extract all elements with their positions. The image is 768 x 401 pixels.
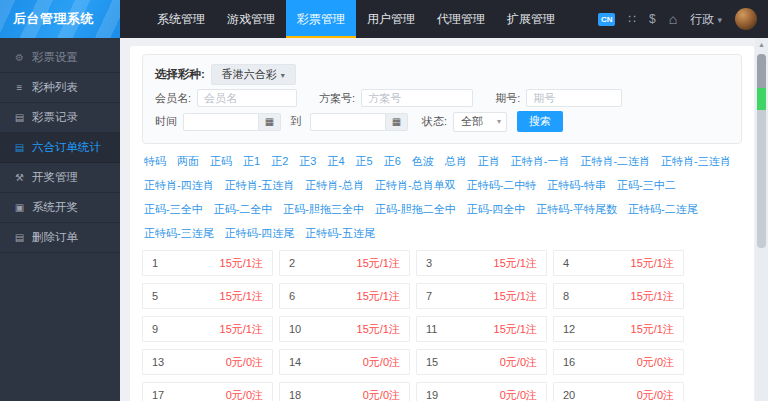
bet-type-link[interactable]: 正码-三全中 (144, 202, 203, 217)
bet-type-link[interactable]: 正2 (271, 154, 288, 169)
sidebar-item-label: 彩票记录 (32, 110, 78, 125)
bet-type-link[interactable]: 正4 (327, 154, 344, 169)
tab-game-management[interactable]: 游戏管理 (216, 0, 286, 38)
bet-type-link[interactable]: 两面 (177, 154, 199, 169)
period-input[interactable] (526, 89, 622, 107)
group-icon[interactable]: ∷ (628, 13, 636, 25)
tab-lottery-management[interactable]: 彩票管理 (286, 0, 356, 38)
stat-value: 15元/1注 (220, 322, 263, 337)
status-label: 状态: (422, 114, 447, 129)
bet-type-link[interactable]: 正特码-五连尾 (305, 226, 375, 241)
stat-cell: 7 15元/1注 (416, 283, 547, 309)
bet-type-link[interactable]: 正特肖-总肖单双 (375, 178, 456, 193)
stat-value: 15元/1注 (220, 256, 263, 271)
language-badge-icon[interactable]: CN (598, 13, 615, 26)
bet-type-link[interactable]: 正肖 (478, 154, 500, 169)
bet-type-link[interactable]: 正特码-四连尾 (225, 226, 295, 241)
to-label: 到 (290, 114, 301, 129)
sidebar-item-draw-management[interactable]: ⚒ 开奖管理 (0, 163, 120, 193)
sidebar-item-marksix-order-stats[interactable]: ▤ 六合订单统计 (0, 133, 120, 163)
member-input[interactable] (197, 89, 297, 107)
stat-cell: 19 0元/0注 (416, 382, 547, 401)
bet-type-link[interactable]: 正特肖-四连肖 (144, 178, 214, 193)
stat-value: 0元/0注 (363, 388, 400, 401)
calendar-icon[interactable]: ▦ (259, 113, 281, 131)
bet-type-link[interactable]: 正特码-平特尾数 (536, 202, 617, 217)
bet-type-link[interactable]: 正码-四全中 (467, 202, 526, 217)
bet-type-link[interactable]: 正特码-二连尾 (628, 202, 698, 217)
dollar-icon[interactable]: $ (649, 13, 656, 25)
sidebar-item-icon: ⚙ (13, 52, 26, 63)
user-menu[interactable]: 行政 ▾ (690, 11, 722, 28)
time-start-input[interactable] (183, 113, 259, 131)
stat-number: 10 (289, 323, 301, 335)
member-group: 会员名: (155, 89, 297, 107)
content-panel: 选择彩种: 香港六合彩▾ 会员名: 方案号: 期号: (130, 46, 754, 401)
plan-label: 方案号: (319, 91, 355, 106)
home-icon[interactable]: ⌂ (669, 12, 677, 26)
search-button[interactable]: 搜索 (517, 111, 563, 132)
stat-value: 15元/1注 (357, 256, 400, 271)
filter-row-time-status: 时间 ▦ 到 ▦ 状态: 全部 ▾ 搜索 (155, 111, 729, 132)
stat-cell: 11 15元/1注 (416, 316, 547, 342)
stat-value: 15元/1注 (631, 256, 674, 271)
bet-type-link[interactable]: 正码-胆拖三全中 (283, 202, 364, 217)
time-end-input[interactable] (310, 113, 386, 131)
chevron-down-icon: ▾ (497, 117, 501, 126)
sidebar-item-delete-orders[interactable]: ▤ 删除订单 (0, 223, 120, 253)
stat-number: 13 (152, 356, 164, 368)
stat-cell: 15 0元/0注 (416, 349, 547, 375)
scrollbar-thumb[interactable] (757, 54, 766, 88)
bet-type-link[interactable]: 正特肖-五连肖 (225, 178, 295, 193)
period-group: 期号: (495, 89, 622, 107)
bet-type-link[interactable]: 正特码-特串 (547, 178, 606, 193)
calendar-icon[interactable]: ▦ (386, 113, 408, 131)
tab-user-management[interactable]: 用户管理 (356, 0, 426, 38)
tab-agent-management[interactable]: 代理管理 (426, 0, 496, 38)
stat-value: 15元/1注 (631, 289, 674, 304)
stat-value: 15元/1注 (220, 289, 263, 304)
scrollbar[interactable]: ▲ (755, 38, 768, 401)
bet-type-link[interactable]: 正3 (299, 154, 316, 169)
chevron-down-icon: ▾ (281, 71, 285, 80)
tab-extension-management[interactable]: 扩展管理 (496, 0, 566, 38)
bet-type-link[interactable]: 正5 (356, 154, 373, 169)
stat-number: 6 (289, 290, 295, 302)
lottery-type-dropdown[interactable]: 香港六合彩▾ (211, 64, 296, 85)
bet-type-link[interactable]: 正特肖-一肖 (511, 154, 570, 169)
avatar[interactable] (735, 8, 757, 30)
bet-type-link[interactable]: 正码-胆拖二全中 (375, 202, 456, 217)
sidebar-item-system-draw[interactable]: ▣ 系统开奖 (0, 193, 120, 223)
bet-type-link[interactable]: 总肖 (445, 154, 467, 169)
bet-type-link[interactable]: 正特码-二中特 (467, 178, 537, 193)
scrollbar-marker (757, 88, 766, 110)
stat-value: 0元/0注 (363, 355, 400, 370)
bet-type-link[interactable]: 正6 (384, 154, 401, 169)
bet-type-link[interactable]: 色波 (412, 154, 434, 169)
tab-system-management[interactable]: 系统管理 (146, 0, 216, 38)
sidebar-item-lottery-records[interactable]: ▤ 彩票记录 (0, 103, 120, 133)
scroll-up-icon[interactable]: ▲ (755, 41, 768, 48)
bet-type-link[interactable]: 正码 (210, 154, 232, 169)
stat-value: 15元/1注 (494, 256, 537, 271)
bet-type-link[interactable]: 正码-三中二 (617, 178, 676, 193)
sidebar-item-icon: ≡ (13, 82, 26, 93)
stat-number: 8 (563, 290, 569, 302)
bet-type-link[interactable]: 特码 (144, 154, 166, 169)
bet-type-link[interactable]: 正特码-三连尾 (144, 226, 214, 241)
status-select[interactable]: 全部 ▾ (453, 112, 507, 132)
stat-number: 16 (563, 356, 575, 368)
lottery-type-value: 香港六合彩 (222, 68, 277, 80)
bet-type-link[interactable]: 正1 (243, 154, 260, 169)
top-bar: 后台管理系统 系统管理 游戏管理 彩票管理 用户管理 代理管理 扩展管理 CN … (0, 0, 768, 38)
period-label: 期号: (495, 91, 520, 106)
scrollbar-thumb-lower[interactable] (757, 110, 766, 248)
bet-type-link[interactable]: 正特肖-总肖 (305, 178, 364, 193)
bet-type-link[interactable]: 正特肖-二连肖 (580, 154, 650, 169)
stat-number: 11 (426, 323, 437, 335)
plan-input[interactable] (361, 89, 473, 107)
sidebar-item-lottery-settings[interactable]: ⚙ 彩票设置 (0, 43, 120, 73)
bet-type-link[interactable]: 正特肖-三连肖 (661, 154, 731, 169)
bet-type-link[interactable]: 正码-二全中 (214, 202, 273, 217)
sidebar-item-lottery-type-list[interactable]: ≡ 彩种列表 (0, 73, 120, 103)
